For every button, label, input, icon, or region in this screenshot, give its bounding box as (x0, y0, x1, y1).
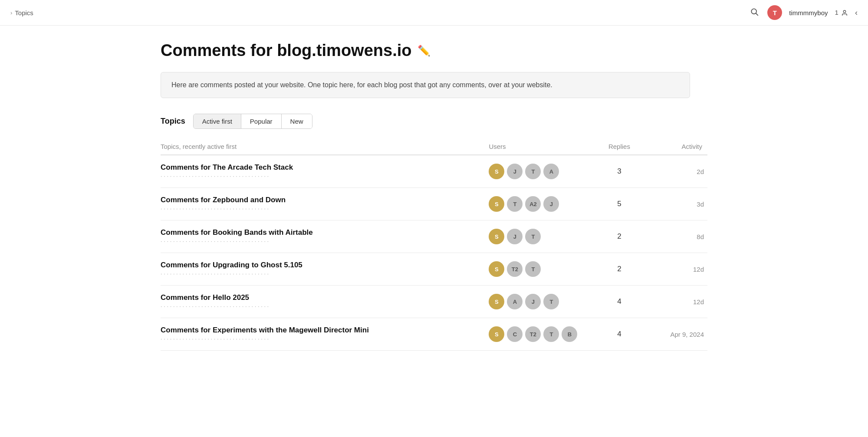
topic-cell: Comments for Experiments with the Magewe… (161, 318, 483, 351)
breadcrumb[interactable]: › Topics (10, 9, 33, 16)
avatar-group: SAJT (489, 294, 585, 309)
topic-cell: Comments for Booking Bands with Airtable… (161, 220, 483, 253)
users-cell: ST2T (483, 253, 590, 286)
avatar-group: ST2T (489, 261, 585, 277)
users-cell: STA2J (483, 188, 590, 220)
topic-preview: · · · · · · · · · · · · · · · · · · · · … (161, 205, 269, 212)
search-button[interactable] (748, 6, 760, 20)
notification-count[interactable]: 1 (835, 9, 848, 16)
topic-preview: · · · · · · · · · · · · · · · · · · · · … (161, 335, 269, 342)
activity-timestamp: 12d (649, 253, 707, 286)
nav-right: T timmmmyboy 1 ‹ (748, 5, 858, 20)
filter-tabs: Active first Popular New (193, 114, 312, 129)
replies-count: 2 (590, 220, 648, 253)
breadcrumb-chevron-icon: › (10, 10, 12, 16)
avatar-group: SCT2TB (489, 326, 585, 342)
username-label[interactable]: timmmmyboy (789, 9, 828, 16)
user-avatar: S (489, 196, 504, 212)
filter-label: Topics (161, 117, 185, 126)
col-header-activity: Activity (649, 139, 707, 155)
user-avatar: J (507, 164, 523, 179)
topic-title: Comments for Experiments with the Magewe… (161, 326, 483, 335)
user-avatar: S (489, 164, 504, 179)
user-avatar: S (489, 229, 504, 244)
breadcrumb-label: Topics (15, 9, 33, 16)
user-avatar: S (489, 326, 504, 342)
user-avatar: A (507, 294, 523, 309)
users-cell: SJT (483, 220, 590, 253)
topic-cell: Comments for Hello 2025· · · · · · · · ·… (161, 286, 483, 318)
collapse-button[interactable]: ‹ (855, 8, 858, 17)
user-avatar: T (525, 164, 541, 179)
topic-preview: · · · · · · · · · · · · · · · · · · · · … (161, 270, 269, 277)
table-row[interactable]: Comments for Hello 2025· · · · · · · · ·… (161, 286, 707, 318)
activity-timestamp: 12d (649, 286, 707, 318)
info-box: Here are comments posted at your website… (161, 72, 690, 98)
table-header-row: Topics, recently active first Users Repl… (161, 139, 707, 155)
topic-title: Comments for Upgrading to Ghost 5.105 (161, 261, 483, 269)
tab-popular[interactable]: Popular (241, 114, 282, 128)
user-avatar: T (525, 229, 541, 244)
tab-new[interactable]: New (282, 114, 312, 128)
svg-point-2 (843, 10, 845, 13)
table-row[interactable]: Comments for Zepbound and Down· · · · · … (161, 188, 707, 220)
avatar: T (767, 5, 782, 20)
user-avatar: J (507, 229, 523, 244)
topic-preview: · · · · · · · · · · · · · · · · · · · · … (161, 303, 269, 309)
users-cell: SJTA (483, 155, 590, 188)
filter-bar: Topics Active first Popular New (161, 114, 707, 129)
col-header-users: Users (483, 139, 590, 155)
topic-title: Comments for Zepbound and Down (161, 196, 483, 204)
activity-timestamp: 2d (649, 155, 707, 188)
topic-cell: Comments for The Arcade Tech Stack· · · … (161, 155, 483, 188)
user-avatar: T2 (525, 326, 541, 342)
user-avatar: A2 (525, 196, 541, 212)
user-avatar: S (489, 294, 504, 309)
topic-title: Comments for Booking Bands with Airtable (161, 228, 483, 237)
replies-count: 2 (590, 253, 648, 286)
user-avatar: T (543, 326, 559, 342)
user-avatar: B (562, 326, 577, 342)
topic-title: Comments for Hello 2025 (161, 293, 483, 302)
replies-count: 4 (590, 318, 648, 351)
activity-timestamp: 3d (649, 188, 707, 220)
avatar-group: SJTA (489, 164, 585, 179)
user-avatar: C (507, 326, 523, 342)
topic-preview: · · · · · · · · · · · · · · · · · · · · … (161, 238, 269, 244)
user-avatar: A (543, 164, 559, 179)
avatar-group: SJT (489, 229, 585, 244)
table-row[interactable]: Comments for Upgrading to Ghost 5.105· ·… (161, 253, 707, 286)
main-content: Comments for blog.timowens.io ✏️ Here ar… (135, 26, 733, 366)
topics-table: Topics, recently active first Users Repl… (161, 139, 707, 351)
top-nav: › Topics T timmmmyboy 1 ‹ (0, 0, 868, 26)
col-header-replies: Replies (590, 139, 648, 155)
replies-count: 4 (590, 286, 648, 318)
activity-timestamp: 8d (649, 220, 707, 253)
activity-timestamp: Apr 9, 2024 (649, 318, 707, 351)
user-avatar: T (507, 196, 523, 212)
replies-count: 3 (590, 155, 648, 188)
user-avatar: T2 (507, 261, 523, 277)
topic-title: Comments for The Arcade Tech Stack (161, 163, 483, 172)
user-avatar: J (525, 294, 541, 309)
user-avatar: T (543, 294, 559, 309)
users-cell: SCT2TB (483, 318, 590, 351)
topic-cell: Comments for Upgrading to Ghost 5.105· ·… (161, 253, 483, 286)
user-avatar: S (489, 261, 504, 277)
topic-preview: · · · · · · · · · · · · · · · · · · · · … (161, 173, 269, 179)
table-row[interactable]: Comments for The Arcade Tech Stack· · · … (161, 155, 707, 188)
svg-line-1 (756, 13, 758, 15)
col-header-topic: Topics, recently active first (161, 139, 483, 155)
users-cell: SAJT (483, 286, 590, 318)
replies-count: 5 (590, 188, 648, 220)
page-title: Comments for blog.timowens.io ✏️ (161, 41, 707, 60)
user-avatar: J (543, 196, 559, 212)
table-row[interactable]: Comments for Booking Bands with Airtable… (161, 220, 707, 253)
tab-active-first[interactable]: Active first (194, 114, 241, 128)
topic-cell: Comments for Zepbound and Down· · · · · … (161, 188, 483, 220)
table-row[interactable]: Comments for Experiments with the Magewe… (161, 318, 707, 351)
edit-icon[interactable]: ✏️ (418, 45, 431, 57)
avatar-group: STA2J (489, 196, 585, 212)
user-avatar: T (525, 261, 541, 277)
